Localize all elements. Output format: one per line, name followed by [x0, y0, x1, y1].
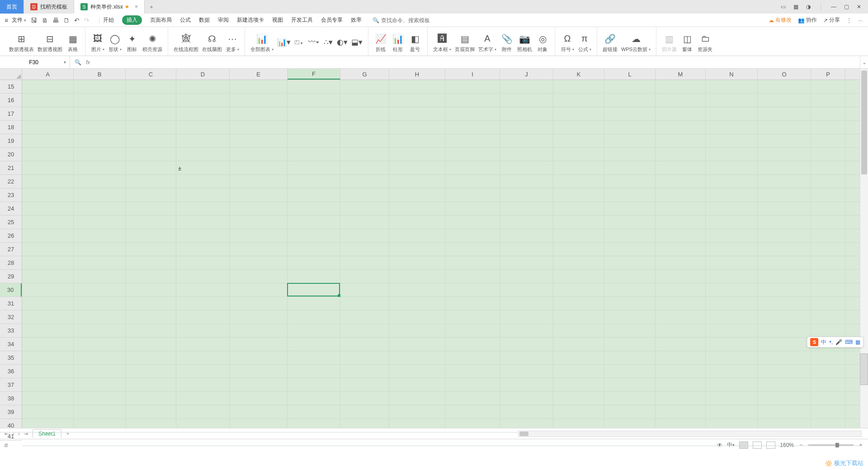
- ribbon-超链接[interactable]: 🔗超链接: [601, 30, 619, 56]
- name-box-dd-icon[interactable]: ▾: [64, 60, 66, 65]
- search-input[interactable]: [381, 17, 444, 24]
- fx-expand-icon[interactable]: ⌄: [860, 56, 868, 68]
- skin-icon[interactable]: ◑: [805, 4, 812, 10]
- ribbon-对象[interactable]: ◎对象: [534, 30, 551, 56]
- ribbon-chart-mini-1[interactable]: ⏍▾: [292, 30, 306, 56]
- menu-审阅[interactable]: 审阅: [218, 16, 229, 24]
- ribbon-文本框[interactable]: 🅰文本框: [431, 30, 453, 56]
- fx-icon[interactable]: fx: [86, 59, 90, 66]
- row-header-38[interactable]: 38: [0, 392, 22, 405]
- select-all-corner[interactable]: [0, 69, 22, 80]
- ime-lang[interactable]: 中: [821, 338, 826, 346]
- name-box[interactable]: ▾: [0, 56, 70, 68]
- command-search[interactable]: 🔍: [373, 17, 444, 24]
- menu-页面布局[interactable]: 页面布局: [150, 16, 172, 24]
- ribbon-形状[interactable]: ◯形状: [106, 30, 123, 56]
- layout-icon[interactable]: ▭: [779, 4, 787, 10]
- row-header-15[interactable]: 15: [0, 80, 22, 94]
- horizontal-scrollbar[interactable]: [518, 431, 862, 437]
- ribbon-符号[interactable]: Ω符号: [559, 30, 576, 56]
- more-icon[interactable]: ⋮: [846, 17, 852, 24]
- name-box-input[interactable]: [4, 59, 64, 66]
- col-header-G[interactable]: G: [340, 69, 389, 80]
- ribbon-在线流程图[interactable]: 🕸在线流程图: [172, 30, 200, 56]
- tab-templates[interactable]: D 找稻壳模板: [24, 0, 74, 14]
- row-header-29[interactable]: 29: [0, 270, 22, 283]
- row-header-32[interactable]: 32: [0, 310, 22, 324]
- row-header-20[interactable]: 20: [0, 148, 22, 161]
- row-header-18[interactable]: 18: [0, 121, 22, 134]
- ribbon-chart-mini-5[interactable]: ⬓▾: [349, 30, 364, 56]
- ribbon-切片器[interactable]: ▥切片器: [660, 30, 679, 56]
- ribbon-数据透视表[interactable]: ⊞数据透视表: [7, 30, 36, 56]
- ime-kbd-icon[interactable]: ⌨: [845, 339, 853, 345]
- ribbon-全部图表[interactable]: 📊全部图表: [249, 30, 275, 56]
- col-header-D[interactable]: D: [176, 69, 230, 80]
- ribbon-在线脑图[interactable]: ☊在线脑图: [200, 30, 224, 56]
- print-icon[interactable]: 🖶: [52, 17, 59, 24]
- formula-bar[interactable]: 🔍 fx: [70, 59, 860, 66]
- col-header-H[interactable]: H: [389, 69, 445, 80]
- ribbon-公式[interactable]: π公式: [576, 30, 593, 56]
- ribbon-照相机[interactable]: 📷照相机: [515, 30, 534, 56]
- col-header-B[interactable]: B: [74, 69, 126, 80]
- fill-handle[interactable]: [338, 294, 340, 297]
- row-header-40[interactable]: 40: [0, 419, 22, 432]
- col-header-P[interactable]: P: [811, 69, 845, 80]
- cell-D21[interactable]: ±: [176, 161, 230, 175]
- row-header-37[interactable]: 37: [0, 378, 22, 392]
- ribbon-数据透视图[interactable]: ⊟数据透视图: [36, 30, 64, 56]
- save-icon[interactable]: 🖫: [31, 17, 37, 24]
- ime-grid-icon[interactable]: ▦: [855, 339, 860, 345]
- col-header-E[interactable]: E: [230, 69, 288, 80]
- row-header-39[interactable]: 39: [0, 405, 22, 419]
- row-header-26[interactable]: 26: [0, 229, 22, 243]
- menu-公式[interactable]: 公式: [180, 16, 191, 24]
- menu-数据[interactable]: 数据: [199, 16, 210, 24]
- tab-home[interactable]: 首页: [0, 0, 24, 14]
- ribbon-chart-mini-0[interactable]: 📊▾: [275, 30, 292, 56]
- menu-开始[interactable]: 开始: [103, 16, 114, 24]
- preview-icon[interactable]: 🗋: [63, 17, 70, 24]
- col-header-N[interactable]: N: [706, 69, 758, 80]
- row-header-24[interactable]: 24: [0, 202, 22, 216]
- redo-icon[interactable]: ↷: [84, 17, 90, 24]
- undo-icon[interactable]: ↶: [74, 17, 80, 24]
- ribbon-图标[interactable]: ✦图标: [123, 30, 141, 56]
- ime-mic-icon[interactable]: 🎤: [835, 339, 842, 345]
- row-header-22[interactable]: 22: [0, 175, 22, 188]
- col-header-K[interactable]: K: [553, 69, 604, 80]
- col-header-C[interactable]: C: [126, 69, 176, 80]
- row-header-16[interactable]: 16: [0, 94, 22, 107]
- row-header-19[interactable]: 19: [0, 134, 22, 148]
- hamburger-icon[interactable]: ≡: [5, 17, 8, 24]
- save-as-icon[interactable]: 🗎: [42, 17, 48, 24]
- col-header-M[interactable]: M: [656, 69, 706, 80]
- unsynced-button[interactable]: ☁ 有修改: [769, 16, 792, 24]
- maximize-button[interactable]: ▢: [843, 4, 850, 10]
- row-header-23[interactable]: 23: [0, 188, 22, 202]
- zoom-slider[interactable]: [808, 444, 854, 446]
- row-header-35[interactable]: 35: [0, 351, 22, 365]
- ime-punct-icon[interactable]: •,: [829, 339, 833, 345]
- tab-add-button[interactable]: ＋: [145, 0, 158, 14]
- ribbon-更多[interactable]: ⋯更多: [224, 30, 241, 56]
- collapse-ribbon-icon[interactable]: ︿: [858, 16, 863, 24]
- menu-效率[interactable]: 效率: [351, 16, 362, 24]
- row-header-30[interactable]: 30: [0, 283, 22, 297]
- close-button[interactable]: ✕: [855, 4, 863, 10]
- col-header-O[interactable]: O: [758, 69, 811, 80]
- row-header-21[interactable]: 21: [0, 161, 22, 175]
- menu-开发工具[interactable]: 开发工具: [291, 16, 313, 24]
- ribbon-折线[interactable]: 📈折线: [372, 30, 389, 56]
- menu-会员专享[interactable]: 会员专享: [321, 16, 343, 24]
- ribbon-附件[interactable]: 📎附件: [498, 30, 515, 56]
- ribbon-页眉页脚[interactable]: ▤页眉页脚: [453, 30, 476, 56]
- row-header-31[interactable]: 31: [0, 297, 22, 310]
- ribbon-表格[interactable]: ▦表格: [64, 30, 81, 56]
- tab-close-icon[interactable]: ×: [135, 4, 138, 10]
- ribbon-窗体[interactable]: ◫窗体: [679, 30, 696, 56]
- ribbon-柱形[interactable]: 📊柱形: [389, 30, 406, 56]
- col-header-F[interactable]: F: [288, 69, 340, 80]
- ribbon-chart-mini-2[interactable]: 〰▾: [306, 30, 321, 56]
